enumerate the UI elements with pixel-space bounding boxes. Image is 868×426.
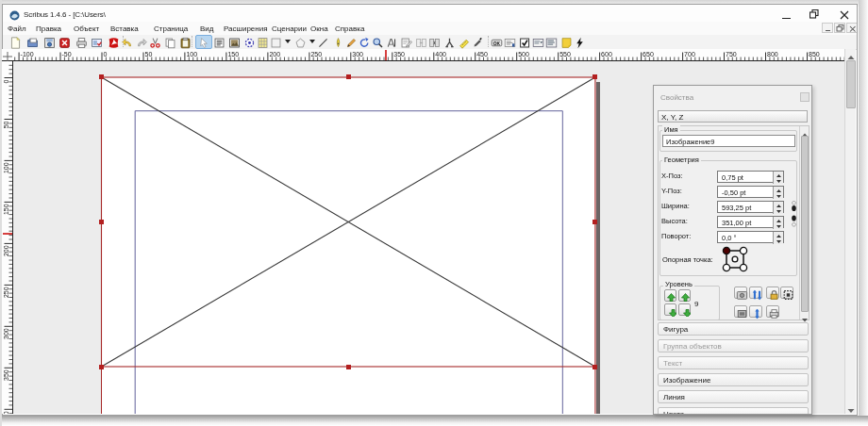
svg-text:0: 0 <box>3 79 9 83</box>
svg-text:0: 0 <box>104 51 108 57</box>
svg-text:750: 750 <box>726 51 737 57</box>
svg-text:600: 600 <box>601 51 612 57</box>
svg-text:-100: -100 <box>21 51 34 57</box>
svg-text:300: 300 <box>3 328 9 339</box>
svg-text:100: 100 <box>3 162 9 173</box>
svg-text:850: 850 <box>809 51 820 57</box>
svg-text:250: 250 <box>3 287 9 298</box>
svg-text:650: 650 <box>643 51 654 57</box>
svg-text:100: 100 <box>186 51 197 57</box>
svg-text:300: 300 <box>352 51 363 57</box>
svg-text:50: 50 <box>145 51 153 57</box>
svg-text:350: 350 <box>393 51 405 57</box>
svg-text:200: 200 <box>3 245 9 256</box>
svg-text:400: 400 <box>435 51 446 57</box>
svg-text:350: 350 <box>3 369 9 381</box>
svg-text:OK: OK <box>493 41 501 46</box>
svg-text:500: 500 <box>518 51 529 57</box>
svg-text:250: 250 <box>310 51 322 57</box>
svg-text:550: 550 <box>559 51 571 57</box>
svg-text:200: 200 <box>269 51 280 57</box>
svg-text:150: 150 <box>3 204 9 215</box>
svg-text:800: 800 <box>767 51 778 57</box>
svg-text:50: 50 <box>3 121 9 128</box>
svg-text:450: 450 <box>476 51 488 57</box>
svg-text:-50: -50 <box>62 51 72 57</box>
svg-text:700: 700 <box>684 51 695 57</box>
svg-text:150: 150 <box>227 51 239 57</box>
svg-text:400: 400 <box>3 411 9 414</box>
